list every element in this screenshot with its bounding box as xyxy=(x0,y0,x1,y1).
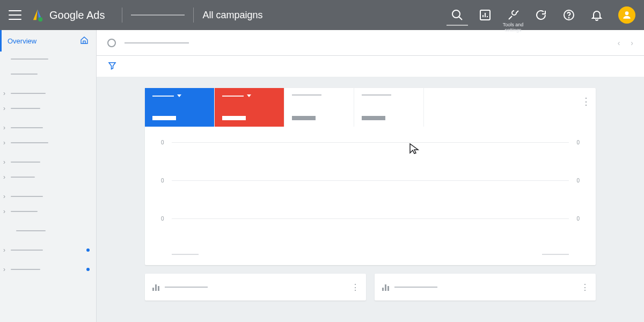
sidebar-item[interactable] xyxy=(0,135,96,150)
filter-icon[interactable] xyxy=(107,61,117,72)
subheader: ‹ › xyxy=(97,30,644,56)
sidebar-item[interactable] xyxy=(0,86,96,101)
sidebar-item[interactable] xyxy=(0,67,96,82)
y-tick-right: 0 xyxy=(569,178,580,184)
main-content: ‹ › xyxy=(97,30,644,322)
status-indicator[interactable] xyxy=(107,39,116,47)
card-title-placeholder xyxy=(165,287,208,288)
sidebar-item[interactable] xyxy=(0,155,96,170)
chevron-down-icon xyxy=(177,94,181,97)
sidebar-item[interactable] xyxy=(0,189,96,204)
sidebar-item[interactable] xyxy=(0,243,96,258)
help-icon[interactable] xyxy=(562,9,575,21)
home-icon xyxy=(80,36,89,46)
y-tick: 0 xyxy=(161,216,172,222)
bar-chart-icon xyxy=(382,283,389,291)
card-menu-icon[interactable]: ⋮ xyxy=(581,96,590,107)
card-menu-icon[interactable]: ⋮ xyxy=(581,282,589,292)
reports-icon[interactable] xyxy=(479,9,492,21)
sidebar-item[interactable] xyxy=(0,223,96,238)
card-menu-icon[interactable]: ⋮ xyxy=(351,282,360,292)
sidebar-item[interactable] xyxy=(0,120,96,135)
y-tick: 0 xyxy=(161,140,172,145)
svg-point-9 xyxy=(625,11,629,15)
account-avatar[interactable] xyxy=(618,6,635,24)
metric-tile-2[interactable] xyxy=(215,88,284,127)
notification-dot xyxy=(86,248,90,252)
divider xyxy=(122,8,122,23)
content-area: ⋮ 00 00 00 ⋮ xyxy=(97,77,644,322)
menu-button[interactable] xyxy=(9,10,21,20)
notifications-icon[interactable] xyxy=(590,9,603,21)
sidebar-item-label: Overview xyxy=(8,37,36,45)
card-title-placeholder xyxy=(394,287,437,288)
summary-card-2[interactable]: ⋮ xyxy=(375,274,596,301)
google-ads-logo-icon xyxy=(30,8,45,23)
y-tick: 0 xyxy=(161,178,172,184)
metric-value xyxy=(152,116,176,120)
account-selector[interactable] xyxy=(131,14,185,16)
campaign-title-placeholder xyxy=(125,42,189,43)
chart-area: 00 00 00 xyxy=(145,127,596,265)
breadcrumb-title: All campaigns xyxy=(202,10,262,21)
sidebar-item[interactable] xyxy=(0,204,96,219)
metrics-card: ⋮ 00 00 00 xyxy=(145,88,596,265)
bar-chart-icon xyxy=(152,283,159,291)
sidebar-item-overview[interactable]: Overview xyxy=(0,30,96,52)
app-header: Google Ads All campaigns Tools and setti… xyxy=(0,0,644,30)
metric-tile-4[interactable] xyxy=(354,88,424,127)
logo[interactable]: Google Ads xyxy=(30,8,113,23)
metric-value xyxy=(222,116,246,120)
svg-line-2 xyxy=(459,17,462,20)
filter-bar xyxy=(97,56,644,77)
metric-tiles xyxy=(145,88,596,127)
chevron-down-icon xyxy=(247,94,251,97)
prev-button[interactable]: ‹ xyxy=(618,39,620,47)
refresh-icon[interactable] xyxy=(535,9,547,21)
tools-icon[interactable]: Tools and settings xyxy=(507,9,519,21)
svg-point-1 xyxy=(452,10,460,18)
sidebar-item[interactable] xyxy=(0,101,96,116)
sidebar-item[interactable] xyxy=(0,262,96,277)
sidebar-item[interactable] xyxy=(0,52,96,67)
tools-label: Tools and settings xyxy=(503,23,524,33)
metric-value xyxy=(292,116,316,120)
summary-card-1[interactable]: ⋮ xyxy=(145,274,366,301)
metric-tile-1[interactable] xyxy=(145,88,215,127)
header-toolbar: Tools and settings xyxy=(451,6,635,24)
sidebar-item[interactable] xyxy=(0,170,96,185)
metric-value xyxy=(362,116,385,120)
notification-dot xyxy=(86,268,90,271)
sidebar: Overview xyxy=(0,30,97,322)
divider xyxy=(193,8,194,23)
metric-tile-3[interactable] xyxy=(284,88,354,127)
x-axis xyxy=(161,254,580,255)
y-tick-right: 0 xyxy=(569,140,580,145)
next-button[interactable]: › xyxy=(631,39,633,47)
svg-point-0 xyxy=(38,17,42,21)
search-icon[interactable] xyxy=(451,9,464,21)
y-tick-right: 0 xyxy=(569,216,580,222)
product-name: Google Ads xyxy=(49,9,105,21)
svg-point-8 xyxy=(569,18,569,18)
